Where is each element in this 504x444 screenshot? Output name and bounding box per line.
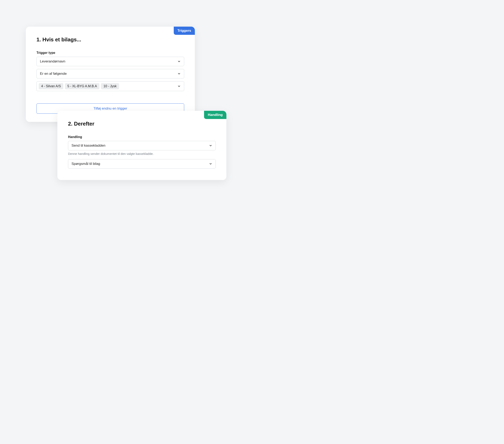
trigger-type-select[interactable]: Leverandørnavn bbox=[36, 57, 184, 66]
handling-target-select[interactable]: Spørgsmål til bilag bbox=[68, 159, 216, 169]
handling-title: 2. Derefter bbox=[68, 121, 216, 127]
handling-card: Handling 2. Derefter Handling Send til k… bbox=[57, 111, 226, 180]
supplier-multiselect[interactable]: 4 - Silvan A/S 5 - XL-BYG A.M.B.A 10 - J… bbox=[36, 81, 184, 91]
handling-help-text: Denne handling sender dokumentet til den… bbox=[68, 152, 216, 156]
handling-action-select[interactable]: Send til kassekladden bbox=[68, 141, 216, 150]
condition-select[interactable]: Er en af følgende bbox=[36, 69, 184, 78]
supplier-chip[interactable]: 5 - XL-BYG A.M.B.A bbox=[65, 83, 99, 89]
chevron-down-icon bbox=[178, 85, 181, 88]
trigger-type-value: Leverandørnavn bbox=[40, 59, 178, 64]
handling-label: Handling bbox=[68, 135, 216, 139]
handling-action-value: Send til kassekladden bbox=[72, 143, 209, 148]
chevron-down-icon bbox=[209, 144, 212, 147]
triggers-card: Triggers 1. Hvis et bilags... Trigger ty… bbox=[26, 27, 195, 122]
trigger-type-label: Trigger type bbox=[36, 51, 184, 55]
chevron-down-icon bbox=[178, 60, 181, 63]
handling-target-value: Spørgsmål til bilag bbox=[72, 162, 209, 166]
chevron-down-icon bbox=[209, 162, 212, 165]
chevron-down-icon bbox=[178, 72, 181, 75]
condition-value: Er en af følgende bbox=[40, 72, 178, 76]
supplier-chip[interactable]: 4 - Silvan A/S bbox=[39, 83, 63, 89]
triggers-title: 1. Hvis et bilags... bbox=[36, 36, 184, 43]
triggers-tag: Triggers bbox=[174, 27, 195, 35]
supplier-chip[interactable]: 10 - Jysk bbox=[101, 83, 119, 89]
handling-tag: Handling bbox=[204, 111, 226, 119]
